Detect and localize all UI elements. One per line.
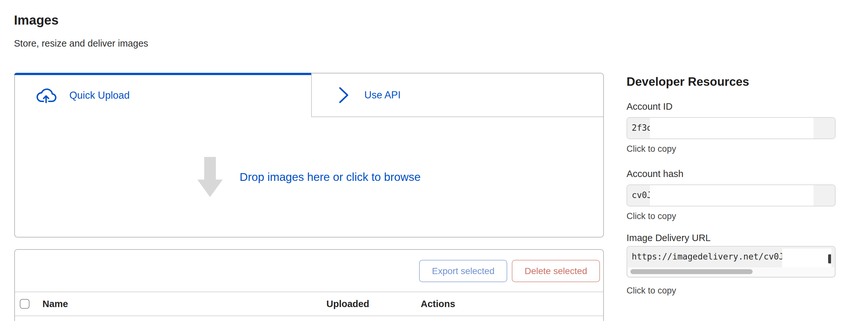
chevron-right-icon — [337, 86, 351, 105]
upload-card: Quick Upload Use API Drop images here or… — [14, 73, 604, 238]
account-hash-field[interactable]: cv0J — [626, 184, 836, 207]
account-id-copy-hint: Click to copy — [626, 144, 676, 154]
image-delivery-url-field[interactable]: https://imagedelivery.net/cv0JSj — [626, 246, 836, 278]
account-hash-copy-hint: Click to copy — [626, 211, 676, 221]
column-header-uploaded: Uploaded — [327, 292, 369, 316]
clipped-character-fragment — [828, 254, 831, 263]
tab-use-api-label: Use API — [364, 89, 401, 101]
images-page: Images Store, resize and deliver images … — [0, 0, 868, 321]
image-delivery-url-value: https://imagedelivery.net/cv0JSj — [632, 247, 794, 266]
table-toolbar: Export selected Delete selected — [15, 250, 603, 292]
select-all-checkbox[interactable] — [20, 299, 30, 309]
account-hash-value: cv0J — [632, 185, 652, 205]
redaction-box — [650, 185, 813, 206]
tab-quick-upload[interactable]: Quick Upload — [15, 73, 311, 117]
account-hash-label: Account hash — [626, 168, 684, 179]
account-id-field[interactable]: 2f3d — [626, 117, 836, 139]
image-delivery-url-label: Image Delivery URL — [626, 232, 711, 243]
delete-selected-button[interactable]: Delete selected — [512, 260, 600, 282]
table-header-row: Name Uploaded Actions — [15, 292, 603, 316]
page-title: Images — [14, 13, 59, 28]
column-header-name: Name — [42, 292, 68, 316]
image-dropzone[interactable]: Drop images here or click to browse — [15, 117, 603, 237]
redaction-box — [650, 118, 813, 139]
redaction-box — [782, 249, 831, 267]
export-selected-button[interactable]: Export selected — [419, 260, 507, 282]
account-id-value: 2f3d — [632, 118, 652, 138]
scrollbar-thumb[interactable] — [630, 269, 753, 274]
dropzone-label: Drop images here or click to browse — [240, 171, 421, 183]
page-subtitle: Store, resize and deliver images — [14, 38, 148, 49]
column-header-actions: Actions — [421, 292, 455, 316]
cloud-upload-icon — [35, 87, 58, 104]
horizontal-scrollbar — [628, 267, 834, 276]
tab-bar: Quick Upload Use API — [15, 73, 603, 117]
image-table-card: Export selected Delete selected Name Upl… — [14, 249, 604, 321]
sidebar-heading: Developer Resources — [626, 75, 749, 89]
down-arrow-icon — [197, 157, 223, 197]
image-delivery-url-copy-hint: Click to copy — [626, 285, 676, 296]
developer-resources-panel: Developer Resources Account ID 2f3d Clic… — [626, 0, 840, 321]
tab-use-api[interactable]: Use API — [311, 73, 603, 117]
account-id-label: Account ID — [626, 101, 673, 112]
tab-quick-upload-label: Quick Upload — [69, 90, 130, 101]
